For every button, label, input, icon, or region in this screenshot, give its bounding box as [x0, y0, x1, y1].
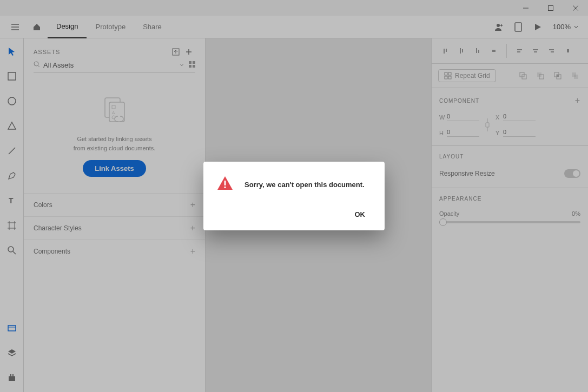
modal-scrim[interactable]: Sorry, we can't open this document. OK: [0, 0, 588, 392]
dialog-message: Sorry, we can't open this document.: [245, 181, 365, 189]
svg-rect-36: [224, 181, 226, 185]
warning-icon: [216, 175, 234, 194]
dialog-ok-button[interactable]: OK: [348, 207, 372, 222]
error-dialog: Sorry, we can't open this document. OK: [203, 162, 385, 230]
app-root: Design Prototype Share 100% T: [0, 0, 588, 392]
svg-rect-37: [224, 187, 226, 188]
